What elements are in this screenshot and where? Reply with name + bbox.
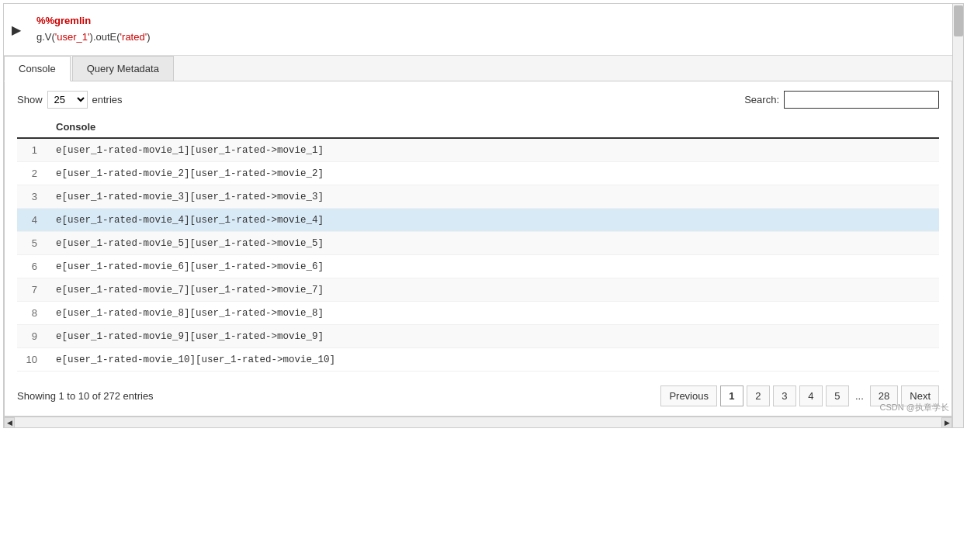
pagination-dots: ... — [852, 386, 867, 406]
top-bar: ▶ %%gremlin g.V('user_1').outE('rated') — [4, 4, 952, 56]
row-number: 3 — [17, 185, 48, 209]
table-row[interactable]: 1e[user_1-rated-movie_1][user_1-rated->m… — [17, 138, 939, 162]
code-query: g.V('user_1').outE('rated') — [36, 31, 151, 43]
row-value: e[user_1-rated-movie_1][user_1-rated->mo… — [48, 138, 939, 162]
data-table: Console 1e[user_1-rated-movie_1][user_1-… — [17, 116, 939, 372]
controls-row: Show 25 10 50 100 entries Search: — [17, 91, 939, 109]
page-4-button[interactable]: 4 — [799, 385, 823, 406]
row-number: 2 — [17, 162, 48, 185]
footer-row: Showing 1 to 10 of 272 entries Previous … — [17, 381, 939, 406]
page-5-button[interactable]: 5 — [826, 385, 849, 406]
previous-button[interactable]: Previous — [660, 385, 717, 406]
showing-text: Showing 1 to 10 of 272 entries — [17, 390, 154, 402]
col-header-console: Console — [48, 116, 939, 138]
play-icon[interactable]: ▶ — [12, 22, 21, 37]
tabs-bar: Console Query Metadata — [4, 56, 952, 81]
table-row[interactable]: 3e[user_1-rated-movie_3][user_1-rated->m… — [17, 185, 939, 209]
row-value: e[user_1-rated-movie_8][user_1-rated->mo… — [48, 302, 939, 325]
show-label: Show — [17, 94, 43, 105]
search-input[interactable] — [784, 91, 939, 109]
row-number: 8 — [17, 302, 48, 325]
table-row[interactable]: 10e[user_1-rated-movie_10][user_1-rated-… — [17, 348, 939, 372]
entries-label: entries — [92, 94, 123, 105]
page-3-button[interactable]: 3 — [773, 385, 796, 406]
search-label: Search: — [744, 94, 779, 105]
scroll-track — [15, 417, 941, 427]
code-block: %%gremlin g.V('user_1').outE('rated') — [27, 9, 160, 50]
search-box: Search: — [744, 91, 939, 109]
row-value: e[user_1-rated-movie_6][user_1-rated->mo… — [48, 255, 939, 278]
table-row[interactable]: 6e[user_1-rated-movie_6][user_1-rated->m… — [17, 255, 939, 278]
row-value: e[user_1-rated-movie_7][user_1-rated->mo… — [48, 278, 939, 302]
row-value: e[user_1-rated-movie_5][user_1-rated->mo… — [48, 232, 939, 255]
tab-query-metadata[interactable]: Query Metadata — [72, 56, 174, 81]
show-entries: Show 25 10 50 100 entries — [17, 91, 123, 109]
watermark: CSDN @执章学长 — [880, 402, 949, 413]
table-row[interactable]: 9e[user_1-rated-movie_9][user_1-rated->m… — [17, 325, 939, 348]
row-number: 6 — [17, 255, 48, 278]
row-value: e[user_1-rated-movie_2][user_1-rated->mo… — [48, 162, 939, 185]
scroll-right-arrow[interactable]: ▶ — [941, 417, 952, 428]
table-row[interactable]: 8e[user_1-rated-movie_8][user_1-rated->m… — [17, 302, 939, 325]
row-number: 1 — [17, 138, 48, 162]
magic-command: %%gremlin — [36, 15, 91, 26]
table-row[interactable]: 2e[user_1-rated-movie_2][user_1-rated->m… — [17, 162, 939, 185]
row-number: 9 — [17, 325, 48, 348]
table-row[interactable]: 4e[user_1-rated-movie_4][user_1-rated->m… — [17, 209, 939, 232]
table-row[interactable]: 7e[user_1-rated-movie_7][user_1-rated->m… — [17, 278, 939, 302]
main-container: ▶ %%gremlin g.V('user_1').outE('rated') … — [3, 3, 964, 428]
table-row[interactable]: 5e[user_1-rated-movie_5][user_1-rated->m… — [17, 232, 939, 255]
row-number: 4 — [17, 209, 48, 232]
row-value: e[user_1-rated-movie_4][user_1-rated->mo… — [48, 209, 939, 232]
scroll-left-arrow[interactable]: ◀ — [4, 417, 15, 428]
page-2-button[interactable]: 2 — [747, 385, 770, 406]
row-number: 10 — [17, 348, 48, 372]
row-number: 7 — [17, 278, 48, 302]
row-number: 5 — [17, 232, 48, 255]
col-header-num — [17, 116, 48, 138]
bottom-scrollbar: ◀ ▶ — [4, 417, 952, 427]
row-value: e[user_1-rated-movie_9][user_1-rated->mo… — [48, 325, 939, 348]
tab-console[interactable]: Console — [4, 56, 71, 81]
scrollbar-right[interactable] — [952, 4, 963, 427]
row-value: e[user_1-rated-movie_10][user_1-rated->m… — [48, 348, 939, 372]
page-1-button[interactable]: 1 — [720, 385, 743, 406]
main-content: Show 25 10 50 100 entries Search: — [4, 81, 952, 417]
row-value: e[user_1-rated-movie_3][user_1-rated->mo… — [48, 185, 939, 209]
entries-select[interactable]: 25 10 50 100 — [47, 91, 88, 109]
scrollbar-thumb[interactable] — [954, 5, 963, 36]
